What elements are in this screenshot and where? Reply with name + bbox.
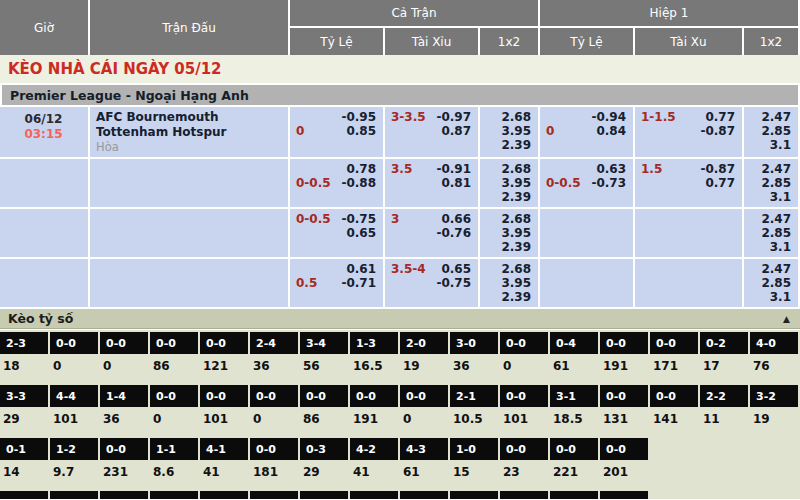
score-odds-cell[interactable]: 36 [450,354,498,383]
ft-over-under-cell[interactable]: 3-3.5-0.970.87 [385,107,478,157]
score-odds-cell[interactable]: 11 [700,407,748,436]
score-odds-cell[interactable]: 29 [300,460,348,489]
score-cell[interactable]: 0-0 [200,332,248,354]
score-odds-cell[interactable]: 19 [400,354,448,383]
score-cell[interactable]: 0-0 [500,385,548,407]
h1-1x2-cell[interactable]: 2.472.853.1 [744,159,798,207]
score-cell[interactable]: 0-0 [150,385,198,407]
match-cell[interactable]: AFC BournemouthTottenham HotspurHòa [90,107,288,157]
ft-over-under-cell[interactable]: 3.5-40.65-0.75 [385,259,478,307]
score-cell[interactable]: 1-0 [450,438,498,460]
score-odds-cell[interactable]: 0 [250,407,298,436]
league-header[interactable]: Premier League - Ngoại Hạng Anh [2,85,798,105]
score-odds-cell[interactable]: 0 [500,354,548,383]
score-cell[interactable]: 0-0 [50,332,98,354]
score-cell[interactable]: 0-0 [100,438,148,460]
score-odds-cell[interactable]: 15 [450,460,498,489]
score-cell[interactable]: 0-0 [300,385,348,407]
score-odds-cell[interactable]: 0 [150,407,198,436]
score-cell[interactable]: 3-2 [750,385,798,407]
score-odds-cell[interactable]: 191 [600,354,648,383]
score-cell[interactable]: 0-0 [600,332,648,354]
score-cell[interactable]: 0-0 [500,332,548,354]
score-cell[interactable]: 0-2 [700,332,748,354]
score-cell[interactable]: 2-2 [700,385,748,407]
score-odds-cell[interactable]: 36 [100,407,148,436]
score-odds-cell[interactable]: 0 [50,354,98,383]
ft-over-under-cell[interactable]: 3.5-0.910.81 [385,159,478,207]
score-odds-cell[interactable]: 23 [500,460,548,489]
score-odds-cell[interactable]: 86 [150,354,198,383]
ft-over-under-cell[interactable]: 30.66-0.76 [385,209,478,257]
score-odds-cell[interactable]: 41 [200,460,248,489]
score-odds-cell[interactable]: 29 [0,407,48,436]
score-cell[interactable]: 0-4 [550,332,598,354]
score-odds-cell[interactable]: 76 [750,354,798,383]
score-cell[interactable] [600,491,648,499]
score-odds-cell[interactable]: 131 [600,407,648,436]
score-cell[interactable]: 0-0 [250,438,298,460]
score-odds-cell[interactable]: 0 [100,354,148,383]
score-cell[interactable] [0,491,48,499]
score-cell[interactable]: 0-0 [650,385,698,407]
score-odds-cell[interactable]: 191 [350,407,398,436]
score-cell[interactable]: 0-0 [150,332,198,354]
score-cell[interactable]: 0-1 [0,438,48,460]
score-cell[interactable] [350,491,398,499]
score-cell[interactable]: 4-4 [50,385,98,407]
score-odds-cell[interactable]: 61 [400,460,448,489]
score-odds-cell[interactable]: 201 [600,460,648,489]
score-cell[interactable] [450,491,498,499]
score-cell[interactable]: 0-0 [600,385,648,407]
score-cell[interactable]: 2-0 [400,332,448,354]
h1-1x2-cell[interactable]: 2.472.853.1 [744,259,798,307]
ft-1x2-cell[interactable]: 2.683.952.39 [480,107,538,157]
score-odds-cell[interactable]: 86 [300,407,348,436]
h1-handicap-cell[interactable]: -0.9400.84 [540,107,633,157]
ft-handicap-cell[interactable]: -0.9500.85 [290,107,383,157]
score-odds-cell[interactable]: 18 [0,354,48,383]
score-cell[interactable] [250,491,298,499]
score-odds-cell[interactable]: 9.7 [50,460,98,489]
score-cell[interactable] [500,491,548,499]
score-cell[interactable] [200,491,248,499]
score-cell[interactable]: 2-4 [250,332,298,354]
h1-1x2-cell[interactable]: 2.472.853.1 [744,107,798,157]
score-odds-cell[interactable]: 19 [750,407,798,436]
h1-over-under-cell[interactable]: 1.5-0.870.77 [635,159,742,207]
score-cell[interactable]: 0-0 [200,385,248,407]
score-section-header[interactable]: Kèo tỷ số ▲ [0,309,800,329]
h1-handicap-cell[interactable]: 0.630-0.5-0.73 [540,159,633,207]
score-odds-cell[interactable]: 56 [300,354,348,383]
score-odds-cell[interactable]: 171 [650,354,698,383]
score-cell[interactable]: 0-0 [550,438,598,460]
score-odds-cell[interactable]: 10.5 [450,407,498,436]
score-odds-cell[interactable]: 221 [550,460,598,489]
ft-1x2-cell[interactable]: 2.683.952.39 [480,259,538,307]
score-cell[interactable] [400,491,448,499]
score-odds-cell[interactable]: 41 [350,460,398,489]
score-cell[interactable]: 1-4 [100,385,148,407]
score-cell[interactable]: 3-4 [300,332,348,354]
score-cell[interactable]: 0-0 [400,385,448,407]
score-cell[interactable] [300,491,348,499]
h1-over-under-cell[interactable]: 1-1.50.77-0.87 [635,107,742,157]
score-cell[interactable]: 0-0 [250,385,298,407]
score-cell[interactable]: 2-1 [450,385,498,407]
score-cell[interactable]: 0-0 [350,385,398,407]
score-cell[interactable]: 4-1 [200,438,248,460]
score-cell[interactable] [50,491,98,499]
score-cell[interactable]: 4-0 [750,332,798,354]
score-odds-cell[interactable]: 18.5 [550,407,598,436]
score-cell[interactable]: 0-0 [650,332,698,354]
score-cell[interactable]: 3-3 [0,385,48,407]
ft-1x2-cell[interactable]: 2.683.952.39 [480,209,538,257]
collapse-arrow-icon[interactable]: ▲ [783,314,790,324]
score-cell[interactable]: 1-1 [150,438,198,460]
score-odds-cell[interactable]: 141 [650,407,698,436]
score-cell[interactable]: 0-0 [600,438,648,460]
score-cell[interactable] [550,491,598,499]
ft-1x2-cell[interactable]: 2.683.952.39 [480,159,538,207]
score-odds-cell[interactable]: 16.5 [350,354,398,383]
score-odds-cell[interactable]: 0 [400,407,448,436]
